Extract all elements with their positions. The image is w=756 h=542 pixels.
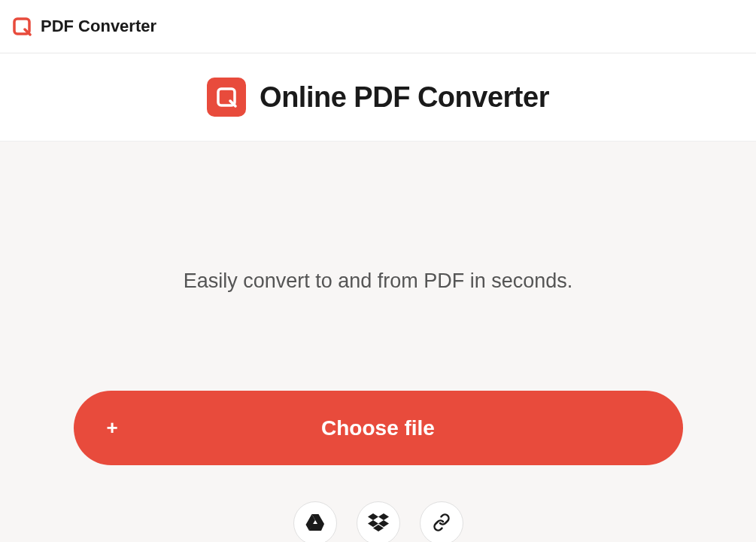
hero-bar: Online PDF Converter [0, 53, 756, 142]
choose-file-label: Choose file [74, 416, 683, 440]
google-drive-icon [305, 513, 325, 534]
link-button[interactable] [420, 501, 463, 542]
google-drive-button[interactable] [293, 501, 337, 542]
link-icon [433, 513, 451, 534]
top-bar: PDF Converter [0, 0, 756, 53]
hero-title: Online PDF Converter [260, 81, 549, 114]
top-bar-title: PDF Converter [41, 17, 156, 36]
dropbox-button[interactable] [357, 501, 400, 542]
app-logo-icon [12, 17, 32, 36]
choose-file-button[interactable]: + Choose file [74, 391, 683, 465]
dropbox-icon [368, 513, 389, 534]
plus-icon: + [107, 416, 118, 440]
main-area: Easily convert to and from PDF in second… [0, 142, 756, 542]
hero-logo-icon [207, 78, 246, 117]
source-row [293, 501, 463, 542]
tagline: Easily convert to and from PDF in second… [184, 269, 573, 293]
